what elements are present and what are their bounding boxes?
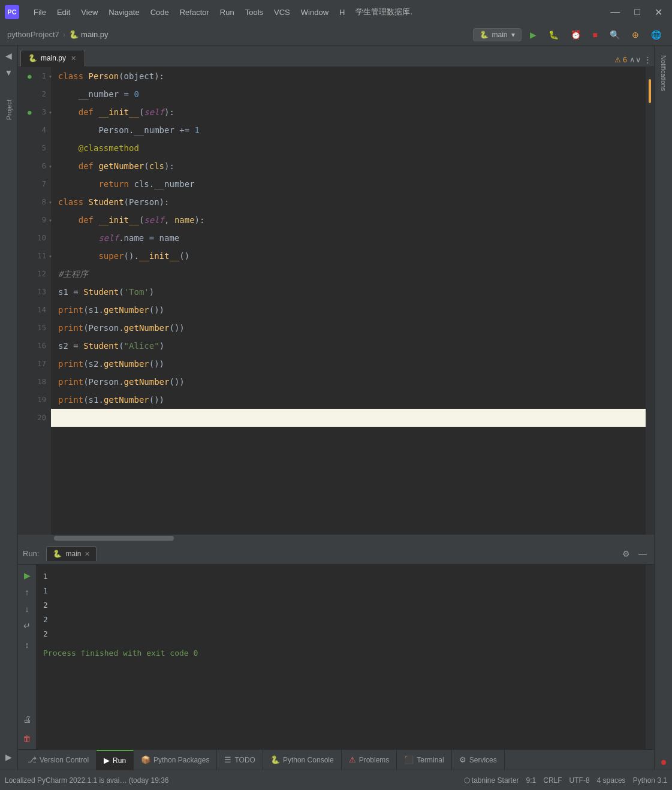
gutter-line-12: 12 [18, 265, 51, 283]
title-bar-right: — □ ✕ [605, 5, 667, 19]
run-tab-icon2: ▶ [104, 756, 110, 765]
code-line-11: super().__init__() [51, 247, 646, 265]
breadcrumb-project[interactable]: pythonProject7 [7, 30, 59, 39]
run-restart-button[interactable]: ▶ [20, 568, 34, 583]
line-separator[interactable]: CRLF [543, 776, 562, 785]
gutter-line-5: 5 [18, 139, 51, 157]
fold-icon-6[interactable]: ▾ [49, 163, 52, 170]
run-tab-main[interactable]: 🐍 main ✕ [46, 546, 97, 561]
fold-icon-9[interactable]: ▾ [49, 217, 52, 224]
run-panel-minimize-icon[interactable]: — [636, 548, 649, 560]
tab-problems[interactable]: ⚠ Problems [342, 750, 397, 770]
code-line-9: def __init__(self, name): [51, 211, 646, 229]
menu-navigate[interactable]: Navigate [104, 5, 144, 19]
globe-button[interactable]: 🌐 [647, 28, 665, 42]
indent[interactable]: 4 spaces [597, 776, 626, 785]
run-scroll-up-button[interactable]: ↑ [20, 585, 34, 599]
menu-project-title[interactable]: 学生管理数据库. [351, 4, 417, 20]
sidebar-down-icon[interactable]: ▼ [1, 65, 17, 80]
code-line-5: @classmethod [51, 139, 646, 157]
menu-tools[interactable]: Tools [240, 5, 268, 19]
menu-code[interactable]: Code [146, 5, 174, 19]
search-button[interactable]: 🔍 [606, 28, 623, 42]
tab-run[interactable]: ▶ Run [97, 750, 134, 770]
minimize-button[interactable]: — [605, 5, 625, 19]
more-options-icon[interactable]: ⋮ [644, 55, 652, 64]
status-notification[interactable]: Localized PyCharm 2022.1.1 is avai… (tod… [5, 776, 169, 785]
output-value-4: 2 [43, 613, 48, 627]
tab-services[interactable]: ⚙ Services [452, 750, 505, 770]
run-delete-button[interactable]: 🗑 [20, 731, 34, 746]
stop-button[interactable]: ■ [589, 28, 601, 42]
profile-button[interactable]: ⏰ [567, 28, 584, 42]
bottom-panel: Run: 🐍 main ✕ ⚙ — ▶ ↑ ↓ ↵ [18, 542, 654, 770]
tab-python-packages[interactable]: 📦 Python Packages [134, 750, 217, 770]
scrollbar-thumb[interactable] [54, 536, 174, 541]
warnings-badge[interactable]: ⚠ 6 [614, 56, 627, 64]
editor-tab-main-py[interactable]: 🐍 main.py ✕ [20, 50, 85, 67]
tab-todo[interactable]: ☰ TODO [217, 750, 263, 770]
tab-python-console[interactable]: 🐍 Python Console [263, 750, 342, 770]
run-panel-settings-icon[interactable]: ⚙ [620, 548, 632, 560]
run-print-button[interactable]: 🖨 [20, 712, 34, 726]
code-line-2: __number = 0 [51, 85, 646, 103]
add-button[interactable]: ⊕ [628, 28, 643, 42]
menu-vcs[interactable]: VCS [269, 5, 295, 19]
output-line-3: 2 [43, 598, 638, 613]
tab-version-control[interactable]: ⎇ Version Control [20, 750, 97, 770]
close-button[interactable]: ✕ [650, 5, 667, 19]
run-wrap-button[interactable]: ↵ [20, 619, 34, 633]
right-panel-notifications[interactable]: Notifications [656, 50, 671, 96]
sidebar-expand-icon[interactable]: ▶ [1, 749, 17, 765]
run-tab-close-icon[interactable]: ✕ [85, 550, 90, 558]
debug-button[interactable]: 🐛 [545, 28, 562, 42]
run-scroll-down-button[interactable]: ↓ [20, 602, 34, 616]
menu-window[interactable]: Window [296, 5, 333, 19]
code-line-18: print(Person.getNumber()) [51, 373, 646, 391]
gutter-line-8: 8 ▾ [18, 193, 51, 211]
menu-view[interactable]: View [76, 5, 103, 19]
menu-edit[interactable]: Edit [52, 5, 75, 19]
breadcrumb-file[interactable]: 🐍main.py [69, 30, 109, 39]
run-panel-right-gutter [646, 565, 654, 749]
left-sidebar: ◀ ▼ Project ▶ [0, 46, 18, 770]
tabnine-label[interactable]: ⬡ tabnine Starter [464, 776, 519, 785]
cursor-position[interactable]: 9:1 [526, 776, 537, 785]
menu-refactor[interactable]: Refactor [175, 5, 214, 19]
run-panel-controls: ⚙ — [620, 548, 649, 560]
breadcrumb-separator: › [63, 30, 65, 39]
python-version[interactable]: Python 3.1 [633, 776, 667, 785]
gutter-line-13: 13 [18, 283, 51, 301]
fold-icon-1[interactable]: ▾ [49, 73, 52, 80]
code-line-10: self.name = name [51, 229, 646, 247]
output-line-2: 1 [43, 584, 638, 598]
run-configuration[interactable]: 🐍 main ▾ [473, 28, 522, 41]
gutter-line-20: 20 [18, 409, 51, 427]
code-editor[interactable]: class Person(object): __number = 0 def _… [51, 67, 646, 535]
services-icon: ⚙ [459, 755, 466, 764]
run-button[interactable]: ▶ [526, 28, 540, 42]
tab-terminal[interactable]: ⬛ Terminal [397, 750, 451, 770]
run-softwrap-button[interactable]: ↕ [20, 638, 34, 652]
encoding[interactable]: UTF-8 [569, 776, 590, 785]
menu-file[interactable]: File [29, 5, 51, 19]
breadcrumb-toolbar: 🐍 main ▾ ▶ 🐛 ⏰ ■ 🔍 ⊕ 🌐 [473, 28, 665, 42]
gutter-line-9: 9 ▾ [18, 211, 51, 229]
terminal-icon: ⬛ [404, 755, 414, 764]
problems-icon: ⚠ [349, 755, 356, 764]
menu-run[interactable]: Run [215, 5, 239, 19]
maximize-button[interactable]: □ [629, 5, 645, 19]
fold-icon-11[interactable]: ▾ [49, 253, 52, 260]
sidebar-collapse-icon[interactable]: ◀ [1, 48, 17, 64]
tab-services-label: Services [469, 756, 497, 764]
fold-arrows[interactable]: ∧∨ [629, 55, 641, 64]
tab-close-icon[interactable]: ✕ [70, 55, 77, 62]
editor-horizontal-scrollbar[interactable] [18, 535, 654, 542]
gutter-line-14: 14 [18, 301, 51, 319]
menu-h[interactable]: H [335, 5, 349, 19]
fold-icon-3[interactable]: ▾ [49, 109, 52, 116]
run-tab-label: main [65, 550, 81, 558]
tab-terminal-label: Terminal [417, 756, 444, 764]
sidebar-project-label[interactable]: Project [2, 95, 16, 125]
fold-icon-8[interactable]: ▾ [49, 199, 52, 206]
